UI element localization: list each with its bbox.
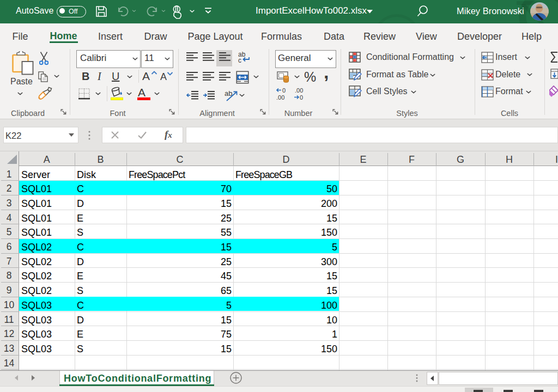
- svg-text:.00: .00: [276, 94, 284, 101]
- svg-text:0: 0: [300, 94, 303, 101]
- svg-text:0: 0: [282, 87, 286, 94]
- svg-text:.00: .00: [295, 87, 303, 94]
- svg-text:c: c: [238, 57, 241, 64]
